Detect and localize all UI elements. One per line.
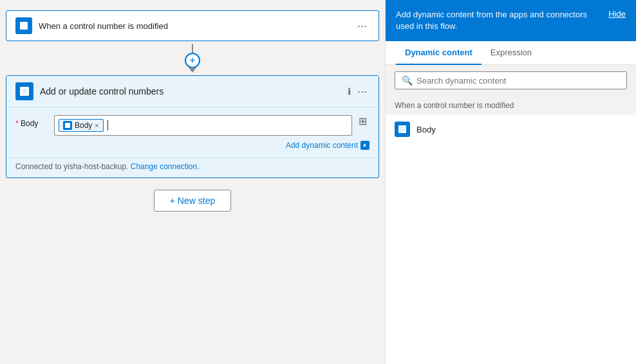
trigger-ellipsis-button[interactable]: ··· [355,20,369,32]
body-label: * Body [15,115,54,128]
action-info-button[interactable]: ℹ [348,86,351,96]
connector: + [185,44,200,73]
right-panel: Add dynamic content from the apps and co… [385,0,636,364]
connection-info: Connected to yisha-host-backup. Change c… [6,158,379,177]
required-marker: * [15,119,19,128]
panel-tabs: Dynamic content Expression [386,41,636,65]
token-svg-icon [64,122,71,129]
action-block: Add or update control numbers ℹ ··· * Bo… [6,75,379,178]
edit-button[interactable]: ⊞ [356,115,369,127]
panel-header-text: Add dynamic content from the apps and co… [396,9,608,32]
body-token: Body × [59,119,104,132]
action-header: Add or update control numbers ℹ ··· [6,76,379,107]
plus-connector-button[interactable]: + [185,53,200,68]
arrow-svg-icon [362,142,368,149]
tab-dynamic-content[interactable]: Dynamic content [396,41,482,65]
connector-line-top [192,44,193,53]
text-cursor [108,120,108,131]
trigger-svg-icon [19,21,29,31]
change-connection-link[interactable]: Change connection. [131,162,200,171]
search-area: 🔍 [386,65,636,96]
svg-rect-9 [400,129,405,131]
tab-expression[interactable]: Expression [482,41,541,65]
token-close-button[interactable]: × [95,122,98,129]
svg-marker-6 [364,143,366,147]
svg-rect-2 [22,89,27,91]
trigger-title: When a control number is modified [39,21,355,31]
section-header: When a control number is modified [386,96,636,115]
dynamic-item-body[interactable]: Body [386,115,636,143]
svg-rect-0 [20,22,28,30]
body-field-row: * Body Body × ⊞ [15,115,369,136]
add-dynamic-content-button[interactable]: Add dynamic content [286,141,369,150]
new-step-area: + New step [154,190,231,212]
token-label: Body [75,121,92,130]
search-box: 🔍 [395,71,627,89]
svg-rect-8 [400,127,405,129]
svg-rect-4 [22,93,25,95]
search-icon: 🔍 [402,75,413,86]
token-icon [63,121,72,130]
action-svg-icon [19,86,30,97]
trigger-icon [15,17,32,34]
svg-rect-3 [22,91,27,93]
action-ellipsis-button[interactable]: ··· [355,86,369,97]
add-dynamic-label: Add dynamic content [286,141,358,150]
search-input[interactable] [416,76,620,86]
add-dynamic-row: Add dynamic content [15,141,369,150]
new-step-button[interactable]: + New step [154,190,231,212]
body-token-input[interactable]: Body × [54,115,352,136]
add-dynamic-arrow-icon [360,141,369,150]
action-body: * Body Body × ⊞ [6,107,379,158]
dynamic-item-svg-icon [398,125,407,134]
panel-header: Add dynamic content from the apps and co… [386,0,636,41]
hide-panel-button[interactable]: Hide [608,9,626,19]
left-panel: When a control number is modified ··· + … [0,0,385,364]
connector-arrow [189,68,196,73]
dynamic-item-label: Body [416,125,436,134]
svg-rect-10 [400,131,403,132]
dynamic-item-icon [395,122,410,137]
trigger-block: When a control number is modified ··· [6,10,379,41]
svg-rect-5 [65,123,70,128]
connection-text: Connected to yisha-host-backup. [15,162,128,171]
action-title: Add or update control numbers [40,86,348,96]
action-icon [15,82,33,100]
